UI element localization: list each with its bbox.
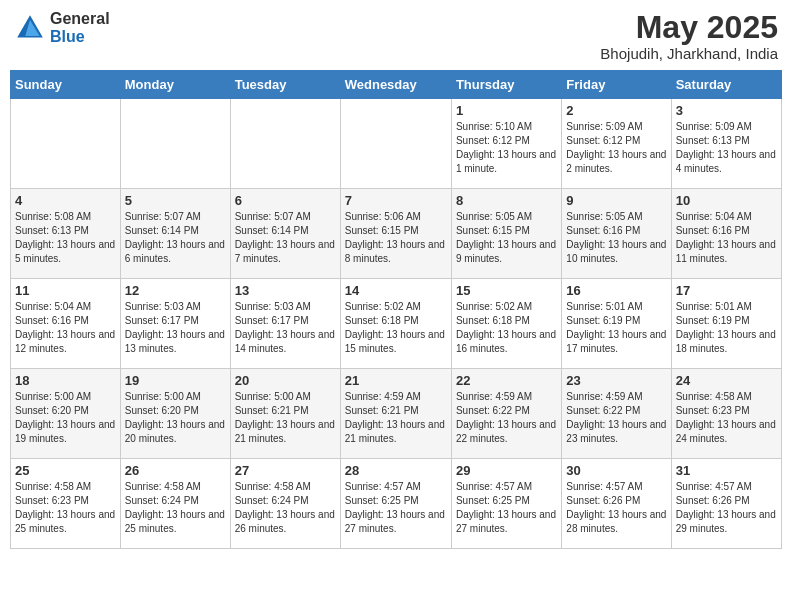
logo-text: General Blue — [50, 10, 110, 45]
day-info: Sunrise: 5:01 AM Sunset: 6:19 PM Dayligh… — [566, 300, 666, 356]
table-row: 9Sunrise: 5:05 AM Sunset: 6:16 PM Daylig… — [562, 189, 671, 279]
logo: General Blue — [14, 10, 110, 45]
table-row: 10Sunrise: 5:04 AM Sunset: 6:16 PM Dayli… — [671, 189, 781, 279]
calendar-week-row: 25Sunrise: 4:58 AM Sunset: 6:23 PM Dayli… — [11, 459, 782, 549]
day-number: 4 — [15, 193, 116, 208]
day-number: 12 — [125, 283, 226, 298]
day-info: Sunrise: 5:06 AM Sunset: 6:15 PM Dayligh… — [345, 210, 447, 266]
table-row: 5Sunrise: 5:07 AM Sunset: 6:14 PM Daylig… — [120, 189, 230, 279]
month-title: May 2025 — [600, 10, 778, 45]
day-info: Sunrise: 5:10 AM Sunset: 6:12 PM Dayligh… — [456, 120, 557, 176]
table-row: 29Sunrise: 4:57 AM Sunset: 6:25 PM Dayli… — [451, 459, 561, 549]
day-info: Sunrise: 5:02 AM Sunset: 6:18 PM Dayligh… — [456, 300, 557, 356]
day-number: 14 — [345, 283, 447, 298]
day-number: 11 — [15, 283, 116, 298]
day-number: 3 — [676, 103, 777, 118]
col-friday: Friday — [562, 71, 671, 99]
day-number: 31 — [676, 463, 777, 478]
day-info: Sunrise: 4:58 AM Sunset: 6:24 PM Dayligh… — [125, 480, 226, 536]
table-row: 22Sunrise: 4:59 AM Sunset: 6:22 PM Dayli… — [451, 369, 561, 459]
day-number: 18 — [15, 373, 116, 388]
day-number: 5 — [125, 193, 226, 208]
day-info: Sunrise: 5:03 AM Sunset: 6:17 PM Dayligh… — [235, 300, 336, 356]
table-row: 8Sunrise: 5:05 AM Sunset: 6:15 PM Daylig… — [451, 189, 561, 279]
day-number: 27 — [235, 463, 336, 478]
col-tuesday: Tuesday — [230, 71, 340, 99]
calendar-table: Sunday Monday Tuesday Wednesday Thursday… — [10, 70, 782, 549]
day-info: Sunrise: 5:07 AM Sunset: 6:14 PM Dayligh… — [235, 210, 336, 266]
day-number: 19 — [125, 373, 226, 388]
day-number: 29 — [456, 463, 557, 478]
day-number: 8 — [456, 193, 557, 208]
table-row: 27Sunrise: 4:58 AM Sunset: 6:24 PM Dayli… — [230, 459, 340, 549]
table-row: 13Sunrise: 5:03 AM Sunset: 6:17 PM Dayli… — [230, 279, 340, 369]
table-row — [340, 99, 451, 189]
day-number: 10 — [676, 193, 777, 208]
table-row: 18Sunrise: 5:00 AM Sunset: 6:20 PM Dayli… — [11, 369, 121, 459]
page-header: General Blue May 2025 Bhojudih, Jharkhan… — [10, 10, 782, 62]
day-number: 2 — [566, 103, 666, 118]
table-row: 26Sunrise: 4:58 AM Sunset: 6:24 PM Dayli… — [120, 459, 230, 549]
day-number: 28 — [345, 463, 447, 478]
col-sunday: Sunday — [11, 71, 121, 99]
day-info: Sunrise: 5:00 AM Sunset: 6:20 PM Dayligh… — [15, 390, 116, 446]
table-row: 12Sunrise: 5:03 AM Sunset: 6:17 PM Dayli… — [120, 279, 230, 369]
title-block: May 2025 Bhojudih, Jharkhand, India — [600, 10, 778, 62]
day-number: 17 — [676, 283, 777, 298]
table-row: 19Sunrise: 5:00 AM Sunset: 6:20 PM Dayli… — [120, 369, 230, 459]
day-number: 24 — [676, 373, 777, 388]
table-row: 6Sunrise: 5:07 AM Sunset: 6:14 PM Daylig… — [230, 189, 340, 279]
day-info: Sunrise: 5:07 AM Sunset: 6:14 PM Dayligh… — [125, 210, 226, 266]
calendar-week-row: 1Sunrise: 5:10 AM Sunset: 6:12 PM Daylig… — [11, 99, 782, 189]
table-row: 4Sunrise: 5:08 AM Sunset: 6:13 PM Daylig… — [11, 189, 121, 279]
col-saturday: Saturday — [671, 71, 781, 99]
col-monday: Monday — [120, 71, 230, 99]
table-row: 7Sunrise: 5:06 AM Sunset: 6:15 PM Daylig… — [340, 189, 451, 279]
table-row: 16Sunrise: 5:01 AM Sunset: 6:19 PM Dayli… — [562, 279, 671, 369]
day-info: Sunrise: 5:09 AM Sunset: 6:13 PM Dayligh… — [676, 120, 777, 176]
day-number: 23 — [566, 373, 666, 388]
logo-icon — [14, 12, 46, 44]
table-row: 11Sunrise: 5:04 AM Sunset: 6:16 PM Dayli… — [11, 279, 121, 369]
day-number: 22 — [456, 373, 557, 388]
day-number: 21 — [345, 373, 447, 388]
day-info: Sunrise: 5:04 AM Sunset: 6:16 PM Dayligh… — [676, 210, 777, 266]
day-info: Sunrise: 4:58 AM Sunset: 6:24 PM Dayligh… — [235, 480, 336, 536]
day-number: 16 — [566, 283, 666, 298]
calendar-week-row: 18Sunrise: 5:00 AM Sunset: 6:20 PM Dayli… — [11, 369, 782, 459]
day-number: 25 — [15, 463, 116, 478]
table-row: 24Sunrise: 4:58 AM Sunset: 6:23 PM Dayli… — [671, 369, 781, 459]
day-number: 26 — [125, 463, 226, 478]
day-number: 9 — [566, 193, 666, 208]
logo-blue-text: Blue — [50, 28, 110, 46]
day-info: Sunrise: 5:00 AM Sunset: 6:21 PM Dayligh… — [235, 390, 336, 446]
day-info: Sunrise: 5:01 AM Sunset: 6:19 PM Dayligh… — [676, 300, 777, 356]
table-row — [230, 99, 340, 189]
day-info: Sunrise: 5:08 AM Sunset: 6:13 PM Dayligh… — [15, 210, 116, 266]
table-row: 1Sunrise: 5:10 AM Sunset: 6:12 PM Daylig… — [451, 99, 561, 189]
day-number: 15 — [456, 283, 557, 298]
table-row: 20Sunrise: 5:00 AM Sunset: 6:21 PM Dayli… — [230, 369, 340, 459]
calendar-header-row: Sunday Monday Tuesday Wednesday Thursday… — [11, 71, 782, 99]
day-number: 1 — [456, 103, 557, 118]
col-wednesday: Wednesday — [340, 71, 451, 99]
day-info: Sunrise: 4:57 AM Sunset: 6:25 PM Dayligh… — [345, 480, 447, 536]
table-row — [120, 99, 230, 189]
col-thursday: Thursday — [451, 71, 561, 99]
day-info: Sunrise: 4:58 AM Sunset: 6:23 PM Dayligh… — [15, 480, 116, 536]
day-info: Sunrise: 5:03 AM Sunset: 6:17 PM Dayligh… — [125, 300, 226, 356]
day-number: 6 — [235, 193, 336, 208]
calendar-week-row: 11Sunrise: 5:04 AM Sunset: 6:16 PM Dayli… — [11, 279, 782, 369]
day-number: 30 — [566, 463, 666, 478]
table-row: 30Sunrise: 4:57 AM Sunset: 6:26 PM Dayli… — [562, 459, 671, 549]
day-number: 7 — [345, 193, 447, 208]
table-row: 14Sunrise: 5:02 AM Sunset: 6:18 PM Dayli… — [340, 279, 451, 369]
table-row: 21Sunrise: 4:59 AM Sunset: 6:21 PM Dayli… — [340, 369, 451, 459]
day-info: Sunrise: 4:57 AM Sunset: 6:26 PM Dayligh… — [566, 480, 666, 536]
table-row: 2Sunrise: 5:09 AM Sunset: 6:12 PM Daylig… — [562, 99, 671, 189]
day-info: Sunrise: 5:00 AM Sunset: 6:20 PM Dayligh… — [125, 390, 226, 446]
day-info: Sunrise: 4:59 AM Sunset: 6:21 PM Dayligh… — [345, 390, 447, 446]
table-row: 23Sunrise: 4:59 AM Sunset: 6:22 PM Dayli… — [562, 369, 671, 459]
day-info: Sunrise: 5:09 AM Sunset: 6:12 PM Dayligh… — [566, 120, 666, 176]
day-info: Sunrise: 4:59 AM Sunset: 6:22 PM Dayligh… — [456, 390, 557, 446]
